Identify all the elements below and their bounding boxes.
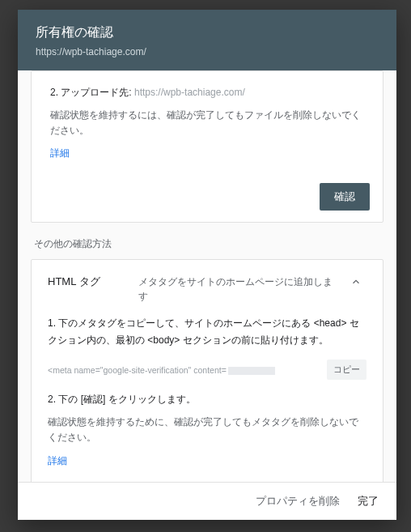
file-verify-button[interactable]: 確認: [320, 183, 370, 211]
chevron-up-icon: [349, 275, 363, 289]
modal-footer: プロパティを削除 完了: [18, 482, 396, 520]
arrow-annotation-icon: [255, 481, 305, 482]
html-keep-note: 確認状態を維持するために、確認が完了してもメタタグを削除しないでください。: [48, 415, 367, 445]
modal-header: 所有権の確認 https://wpb-tachiage.com/: [18, 10, 396, 70]
copy-button[interactable]: コピー: [327, 360, 367, 380]
html-tag-name: HTML タグ: [48, 275, 129, 289]
modal-url: https://wpb-tachiage.com/: [36, 46, 379, 57]
other-methods-label: その他の確認方法: [34, 237, 380, 251]
redacted-content: [228, 367, 275, 375]
modal-title: 所有権の確認: [36, 24, 379, 41]
html-tag-card: HTML タグ メタタグをサイトのホームページに追加します 1. 下のメタタグを…: [31, 259, 383, 482]
file-details-link[interactable]: 詳細: [50, 147, 70, 159]
html-tag-desc: メタタグをサイトのホームページに追加します: [138, 275, 339, 304]
meta-tag-row: <meta name="google-site-verification" co…: [48, 360, 367, 380]
html-details-link[interactable]: 詳細: [48, 455, 67, 466]
html-tag-header[interactable]: HTML タグ メタタグをサイトのホームページに追加します: [32, 260, 383, 315]
done-button[interactable]: 完了: [358, 494, 379, 509]
ownership-modal: 所有権の確認 https://wpb-tachiage.com/ 2. アップロ…: [18, 10, 396, 520]
html-step-2: 2. 下の [確認] をクリックします。: [48, 393, 367, 406]
file-step-2: 2. アップロード先: https://wpb-tachiage.com/: [50, 86, 367, 100]
file-keep-note: 確認状態を維持するには、確認が完了してもファイルを削除しないでください。: [50, 108, 367, 138]
remove-property-button[interactable]: プロパティを削除: [256, 494, 340, 509]
file-method-card: 2. アップロード先: https://wpb-tachiage.com/ 確認…: [31, 70, 383, 223]
meta-tag-value: <meta name="google-site-verification" co…: [48, 365, 319, 375]
html-step-1: 1. 下のメタタグをコピーして、サイトのホームページにある <head> セクシ…: [48, 315, 367, 348]
modal-body: 2. アップロード先: https://wpb-tachiage.com/ 確認…: [18, 70, 396, 482]
